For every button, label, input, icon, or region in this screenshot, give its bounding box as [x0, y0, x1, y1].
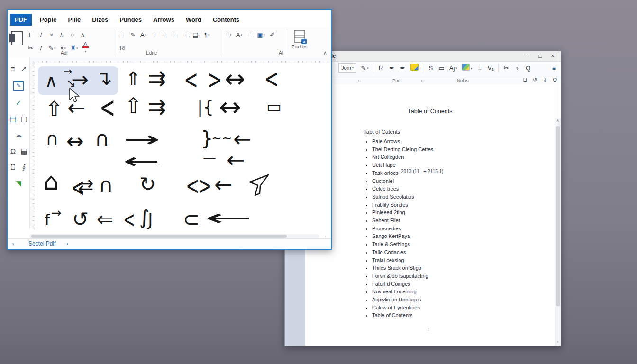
delete-tool-icon[interactable]: ×	[48, 31, 55, 38]
shape-swap-arrows[interactable]: ⇄	[78, 176, 94, 195]
share-icon[interactable]: ↗	[21, 64, 27, 73]
circle-tool-icon[interactable]: ○	[69, 31, 75, 38]
object-icon[interactable]: ▣▾	[257, 31, 265, 38]
form-icon[interactable]: ▤	[20, 147, 27, 155]
check-icon[interactable]: ✓	[16, 99, 22, 107]
shape-arrow-left[interactable]: ←	[214, 173, 233, 195]
maximize-button[interactable]: □	[534, 51, 546, 61]
shape-house-shape[interactable]: ⌂	[44, 170, 59, 193]
dropdown-arrow-icon[interactable]: ▾	[64, 46, 66, 50]
next-icon[interactable]: ›	[514, 64, 520, 72]
shape-arc[interactable]: ∩	[99, 175, 113, 195]
edit-pencil-icon[interactable]: ✎	[130, 31, 136, 38]
menu-item-pille[interactable]: Pille	[62, 16, 86, 23]
pen-icon[interactable]: ✎▾	[48, 45, 55, 52]
shape-arrow-both-small[interactable]: ↔	[66, 131, 84, 152]
shape-arc-dashed[interactable]: ∩	[46, 130, 59, 148]
font-color-icon[interactable]: A▾	[82, 41, 89, 55]
shape-dash[interactable]: —	[203, 152, 216, 165]
shape-arrow-both[interactable]: ↔	[225, 66, 246, 91]
horizontal-scrollbar[interactable]	[29, 234, 319, 238]
font-style-icon[interactable]: A▾	[236, 31, 242, 38]
menu-item-dizes[interactable]: Dizes	[86, 16, 114, 23]
vertical-scrollbar[interactable]: ∧ ›	[555, 118, 561, 346]
shape-curve-hook[interactable]: f	[45, 212, 50, 228]
shape-arc[interactable]: ∩	[95, 129, 109, 149]
cut-icon[interactable]: ✂	[503, 64, 510, 72]
list-red-icon[interactable]: ▤▪	[192, 31, 200, 38]
align-lines-icon[interactable]: ≡	[119, 31, 126, 38]
paste-icon[interactable]	[11, 31, 23, 46]
ribbon-collapse-icon[interactable]: ∧	[323, 50, 327, 56]
dropdown-arrow-icon[interactable]: ▾	[367, 66, 369, 70]
align-left-icon[interactable]: ≡	[151, 31, 157, 38]
user-icon[interactable]: Ω	[10, 147, 16, 155]
search-small-icon[interactable]: Q	[553, 77, 557, 83]
polyline-tool-icon[interactable]: ∧	[80, 31, 86, 38]
image-icon[interactable]: ▾	[462, 64, 473, 72]
picetles-button[interactable]: Picetles	[288, 29, 311, 53]
shape-angle-right[interactable]: >	[198, 173, 212, 198]
shape-arrow-left[interactable]: ←	[227, 149, 245, 171]
shape-arrow-both[interactable]: ↔	[219, 94, 241, 120]
download-icon[interactable]: ↧	[543, 77, 547, 83]
menu-item-pundes[interactable]: Pundes	[114, 16, 147, 23]
text-frame-icon[interactable]: ▭	[438, 64, 445, 72]
numbered-list-icon[interactable]: ¶▾	[204, 31, 210, 38]
align-right-icon[interactable]: ≡	[172, 31, 178, 38]
scrollbar-thumb[interactable]	[556, 126, 560, 306]
comment-edit-icon[interactable]: ✎	[13, 81, 24, 91]
dropdown-arrow-icon[interactable]: ▾	[352, 66, 354, 69]
pen-slant-icon[interactable]: ✐	[269, 31, 275, 38]
shape-rectangle[interactable]: ▭	[266, 99, 282, 115]
font-icon[interactable]: A▾	[140, 31, 146, 38]
menu-tab-pdf[interactable]: PDF	[10, 14, 32, 26]
shape-subset[interactable]: ⊂	[183, 209, 200, 229]
scissors-icon[interactable]: ✂	[27, 45, 34, 52]
menu-icon[interactable]: ≡	[11, 64, 15, 73]
dropdown-arrow-icon[interactable]: ▾	[263, 33, 265, 36]
paragraph-icon[interactable]: ≡▾	[226, 31, 232, 38]
shape-j-hook[interactable]: J	[148, 211, 153, 228]
lasso-icon[interactable]: ☁	[15, 131, 22, 139]
pointer-shape[interactable]	[247, 173, 272, 199]
strikethrough-icon[interactable]: S	[428, 64, 434, 72]
search-icon[interactable]: Q	[525, 64, 531, 72]
shape-rotate-arrow[interactable]: ↻	[139, 174, 156, 194]
scrollbar-thumb[interactable]	[31, 235, 287, 238]
highlighter-icon[interactable]	[410, 64, 419, 72]
shape-double-arrow-left[interactable]: ⇐	[97, 209, 113, 229]
dropdown-arrow-icon[interactable]: ▾	[85, 50, 87, 53]
font-tool-icon[interactable]: F	[27, 31, 34, 38]
next-page-button[interactable]: ›	[66, 240, 68, 247]
align-justify-icon[interactable]: ≡	[182, 31, 188, 38]
pen-tool-icon[interactable]: ✎▾	[361, 64, 368, 72]
shape-arrow-up-outline[interactable]: ⇧	[124, 95, 143, 117]
attachment-icon[interactable]: ∮	[22, 163, 26, 172]
line-spacing-icon[interactable]: ≡	[476, 64, 483, 72]
dropdown-arrow-icon[interactable]: ▾	[76, 46, 78, 50]
dropdown-arrow-icon[interactable]: ▾	[208, 33, 210, 36]
stamp-icon[interactable]: ♖	[10, 163, 16, 172]
lines-icon[interactable]: ≡	[246, 31, 253, 38]
menu-item-word[interactable]: Word	[180, 16, 207, 23]
line-tool-icon[interactable]: /	[38, 31, 44, 38]
shape-circular-arrow[interactable]: ↺	[72, 209, 89, 229]
shape-dash-small[interactable]: –	[157, 158, 163, 169]
shape-paired-arrows-right[interactable]: ⇉	[148, 96, 166, 118]
menu-item-pople[interactable]: Pople	[34, 16, 62, 23]
dropdown-arrow-icon[interactable]: ▾	[145, 33, 147, 36]
scroll-up-icon[interactable]: ∧	[555, 118, 561, 123]
shape-arrow-right-small[interactable]: →	[51, 207, 62, 219]
align-center-icon[interactable]: ≡	[161, 31, 167, 38]
shape-bar[interactable]: |	[197, 99, 203, 116]
shape-arrow-up-double[interactable]: ⇑	[125, 69, 141, 88]
font-size-icon[interactable]: Aj▾	[449, 64, 457, 72]
minimize-button[interactable]: –	[522, 51, 534, 61]
slash-tool-icon[interactable]: /.	[59, 31, 65, 38]
shape-angle-peak-arrow[interactable]: ∧	[45, 72, 58, 90]
flag-tool-icon[interactable]: R	[378, 64, 384, 72]
footnote-icon[interactable]: V₁	[487, 64, 494, 72]
shape-angle-left-small[interactable]: <	[123, 209, 135, 229]
pen-italic2-icon[interactable]: ✒	[400, 64, 406, 72]
